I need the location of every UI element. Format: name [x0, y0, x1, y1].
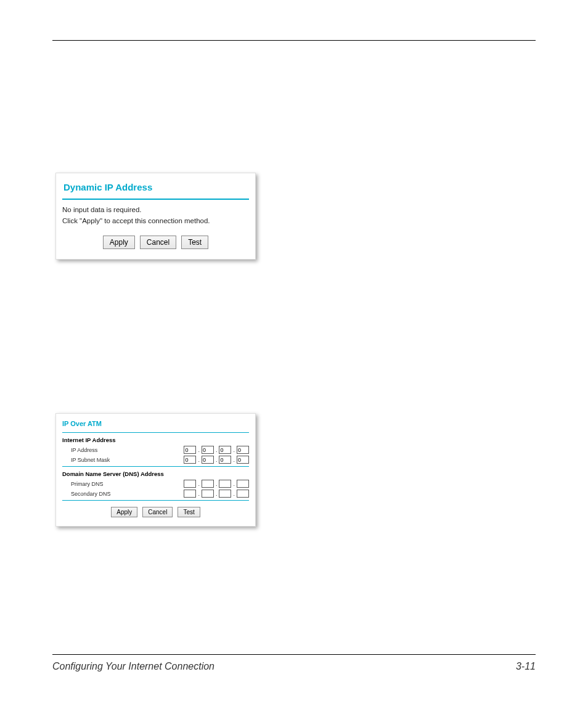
- cancel-button[interactable]: Cancel: [142, 507, 173, 517]
- page-footer: Configuring Your Internet Connection 3-1…: [52, 654, 536, 672]
- sdns-octet-3[interactable]: [219, 490, 231, 498]
- footer-row: Configuring Your Internet Connection 3-1…: [52, 661, 536, 672]
- internet-ip-heading: Internet IP Address: [62, 437, 249, 443]
- subnet-octet-4[interactable]: [237, 456, 249, 464]
- dot-icon: .: [215, 457, 218, 463]
- atm-button-row: Apply Cancel Test: [62, 507, 249, 517]
- dot-icon: .: [197, 457, 200, 463]
- subnet-row: IP Subnet Mask . . .: [62, 456, 249, 464]
- dot-icon: .: [215, 491, 218, 497]
- subnet-octet-1[interactable]: [184, 456, 196, 464]
- dot-icon: .: [215, 481, 218, 487]
- primary-dns-octets: . . .: [184, 480, 249, 488]
- ip-octet-2[interactable]: [202, 446, 214, 454]
- ip-over-atm-title: IP Over ATM: [62, 420, 249, 427]
- ip-over-atm-dialog: IP Over ATM Internet IP Address IP Addre…: [55, 413, 256, 527]
- pdns-octet-3[interactable]: [219, 480, 231, 488]
- ip-octet-4[interactable]: [237, 446, 249, 454]
- apply-button[interactable]: Apply: [103, 236, 135, 249]
- dot-icon: .: [232, 457, 235, 463]
- dot-icon: .: [232, 447, 235, 453]
- atm-divider-1: [62, 432, 249, 433]
- dynamic-ip-text-2: Click "Apply" to accept this connection …: [62, 217, 249, 224]
- dot-icon: .: [232, 481, 235, 487]
- sdns-octet-2[interactable]: [202, 490, 214, 498]
- subnet-label: IP Subnet Mask: [62, 457, 184, 463]
- dot-icon: .: [232, 491, 235, 497]
- secondary-dns-octets: . . .: [184, 490, 249, 498]
- dot-icon: .: [197, 447, 200, 453]
- dot-icon: .: [197, 481, 200, 487]
- ip-address-row: IP Address . . .: [62, 446, 249, 454]
- dynamic-ip-dialog: Dynamic IP Address No input data is requ…: [55, 173, 256, 260]
- primary-dns-label: Primary DNS: [62, 481, 184, 487]
- footer-rule: [52, 654, 536, 655]
- dynamic-ip-text-1: No input data is required.: [62, 206, 249, 213]
- atm-divider-2: [62, 466, 249, 467]
- cancel-button[interactable]: Cancel: [140, 236, 176, 249]
- ip-address-label: IP Address: [62, 447, 184, 453]
- test-button[interactable]: Test: [181, 236, 208, 249]
- subnet-octets: . . .: [184, 456, 249, 464]
- secondary-dns-row: Secondary DNS . . .: [62, 490, 249, 498]
- dynamic-ip-title: Dynamic IP Address: [63, 182, 249, 192]
- pdns-octet-1[interactable]: [184, 480, 196, 488]
- ip-address-octets: . . .: [184, 446, 249, 454]
- dynamic-ip-divider: [62, 199, 249, 200]
- ip-octet-3[interactable]: [219, 446, 231, 454]
- pdns-octet-2[interactable]: [202, 480, 214, 488]
- top-horizontal-rule: [52, 40, 536, 41]
- dns-heading: Domain Name Server (DNS) Address: [62, 470, 249, 477]
- footer-left: Configuring Your Internet Connection: [52, 661, 214, 672]
- test-button[interactable]: Test: [178, 507, 200, 517]
- primary-dns-row: Primary DNS . . .: [62, 480, 249, 488]
- dynamic-ip-button-row: Apply Cancel Test: [62, 236, 249, 249]
- atm-divider-3: [62, 500, 249, 501]
- footer-right: 3-11: [516, 661, 536, 672]
- subnet-octet-2[interactable]: [202, 456, 214, 464]
- dot-icon: .: [215, 447, 218, 453]
- subnet-octet-3[interactable]: [219, 456, 231, 464]
- pdns-octet-4[interactable]: [237, 480, 249, 488]
- apply-button[interactable]: Apply: [111, 507, 137, 517]
- dot-icon: .: [197, 491, 200, 497]
- secondary-dns-label: Secondary DNS: [62, 491, 184, 497]
- page-content: Dynamic IP Address No input data is requ…: [52, 40, 536, 672]
- sdns-octet-1[interactable]: [184, 490, 196, 498]
- sdns-octet-4[interactable]: [237, 490, 249, 498]
- ip-octet-1[interactable]: [184, 446, 196, 454]
